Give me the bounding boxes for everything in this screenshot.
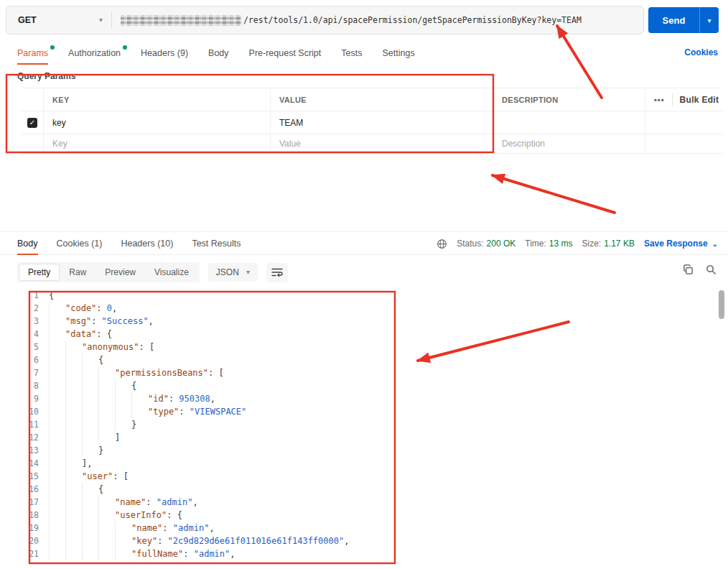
tab-settings[interactable]: Settings <box>382 42 414 65</box>
code-line: 17"name": "admin", <box>6 496 715 509</box>
query-params-title: Query Params <box>17 71 75 81</box>
response-header: Body Cookies (1) Headers (10) Test Resul… <box>0 231 728 255</box>
param-value-cell[interactable]: TEAM <box>270 111 493 134</box>
query-params-header-row: KEY VALUE DESCRIPTION Bulk Edit <box>22 88 722 111</box>
more-options-icon[interactable] <box>654 96 665 104</box>
size-badge: Size: 1.17 KB <box>582 239 635 249</box>
line-number: 14 <box>6 457 49 470</box>
tab-body[interactable]: Body <box>208 42 229 65</box>
code-line: 4"data": { <box>6 328 715 341</box>
bulk-edit-button[interactable]: Bulk Edit <box>680 95 719 105</box>
status-badge: Status: 200 OK <box>457 239 515 249</box>
code-line: 2"code": 0, <box>6 302 715 315</box>
line-number: 4 <box>6 328 49 341</box>
tab-params[interactable]: Params <box>17 42 48 65</box>
code-text: } <box>49 418 136 431</box>
send-label: Send <box>648 15 699 26</box>
code-line: 6{ <box>6 353 715 366</box>
line-number: 17 <box>6 496 49 509</box>
param-row-actions <box>645 134 722 153</box>
send-options-chevron-icon[interactable] <box>700 17 719 24</box>
code-line: 3"msg": "Success", <box>6 315 715 328</box>
code-text: "code": 0, <box>49 302 117 315</box>
param-key-cell[interactable]: key <box>43 111 270 134</box>
size-value: 1.17 KB <box>604 239 635 249</box>
time-value: 13 ms <box>549 239 573 249</box>
code-text: ], <box>49 457 92 470</box>
view-tab-raw[interactable]: Raw <box>60 264 95 281</box>
save-response-button[interactable]: Save Response <box>644 239 718 249</box>
code-line: 12] <box>6 431 715 444</box>
annotation-arrow-url <box>557 26 602 98</box>
param-checkbox-cell <box>22 134 43 153</box>
postman-request-view: GET /rest/tools/1.0/api/spacePermission/… <box>0 0 728 569</box>
network-globe-icon[interactable] <box>437 239 447 249</box>
search-icon[interactable] <box>706 264 717 275</box>
modified-indicator-dot <box>50 45 55 50</box>
size-label: Size: <box>582 239 602 249</box>
response-meta: Status: 200 OK Time: 13 ms Size: 1.17 KB… <box>437 232 718 255</box>
code-line: 9"id": 950308, <box>6 392 715 405</box>
code-line: 18"userInfo": { <box>6 509 715 522</box>
code-text: { <box>49 483 103 496</box>
code-line: 21"fullName": "admin", <box>6 547 715 560</box>
param-checkbox-cell <box>22 111 43 134</box>
tab-pre-request-script[interactable]: Pre-request Script <box>249 42 322 65</box>
tab-test-results[interactable]: Test Results <box>192 232 241 255</box>
tab-response-headers[interactable]: Headers (10) <box>121 232 173 255</box>
url-input[interactable]: /rest/tools/1.0/api/spacePermission/getS… <box>112 15 643 26</box>
code-text: "name": "admin", <box>49 496 198 509</box>
tab-label: Headers (10) <box>121 239 173 249</box>
response-tabs: Body Cookies (1) Headers (10) Test Resul… <box>17 232 241 255</box>
language-dropdown[interactable]: JSON <box>208 263 258 282</box>
view-tab-preview[interactable]: Preview <box>95 264 145 281</box>
method-selector[interactable]: GET <box>6 15 111 25</box>
param-enabled-checkbox[interactable] <box>27 118 37 128</box>
tab-label: Headers (9) <box>141 48 188 58</box>
line-number: 13 <box>6 444 49 457</box>
response-body-code[interactable]: 1{2"code": 0,3"msg": "Success",4"data": … <box>6 289 715 569</box>
tab-headers[interactable]: Headers (9) <box>141 42 188 65</box>
tab-response-body[interactable]: Body <box>17 232 38 255</box>
line-number: 21 <box>6 547 49 560</box>
time-badge: Time: 13 ms <box>525 239 572 249</box>
code-text: "key": "2c9d829d6e61f011016e61f143ff0000… <box>49 535 349 547</box>
code-text: "type": "VIEWSPACE" <box>49 405 246 418</box>
param-key-input[interactable]: Key <box>43 134 270 153</box>
view-mode-segment: Pretty Raw Preview Visualize <box>17 262 200 282</box>
param-description-input[interactable]: Description <box>493 134 645 153</box>
view-tab-pretty[interactable]: Pretty <box>19 264 60 281</box>
code-text: "anonymous": [ <box>49 341 154 353</box>
code-line: 19"name": "admin", <box>6 522 715 535</box>
code-text: ] <box>49 431 120 444</box>
tab-response-cookies[interactable]: Cookies (1) <box>57 232 103 255</box>
line-number: 18 <box>6 509 49 522</box>
code-line: 13} <box>6 444 715 457</box>
line-number: 2 <box>6 302 49 315</box>
tab-label: Tests <box>341 48 362 58</box>
tab-label: Cookies (1) <box>57 239 103 249</box>
code-line: 20"key": "2c9d829d6e61f011016e61f143ff00… <box>6 535 715 547</box>
vertical-scrollbar[interactable] <box>719 290 724 319</box>
param-description-cell[interactable] <box>493 111 645 134</box>
line-number: 8 <box>6 379 49 392</box>
line-number: 15 <box>6 470 49 483</box>
view-tab-visualize[interactable]: Visualize <box>145 264 198 281</box>
wrap-lines-button[interactable] <box>266 263 288 282</box>
table-actions: Bulk Edit <box>645 88 722 111</box>
tab-tests[interactable]: Tests <box>341 42 362 65</box>
code-line: 5"anonymous": [ <box>6 341 715 353</box>
copy-icon[interactable] <box>683 264 694 275</box>
param-value-input[interactable]: Value <box>270 134 493 153</box>
code-text: "msg": "Success", <box>49 315 154 328</box>
tab-authorization[interactable]: Authorization <box>68 42 121 65</box>
param-row-actions <box>645 111 722 134</box>
status-label: Status: <box>457 239 483 249</box>
tab-label: Settings <box>382 48 414 58</box>
cookies-link[interactable]: Cookies <box>684 47 718 57</box>
code-text: "id": 950308, <box>49 392 215 405</box>
send-button[interactable]: Send <box>648 7 719 33</box>
chevron-down-icon <box>712 240 718 248</box>
tab-label: Body <box>208 48 229 58</box>
line-number: 1 <box>6 289 49 302</box>
